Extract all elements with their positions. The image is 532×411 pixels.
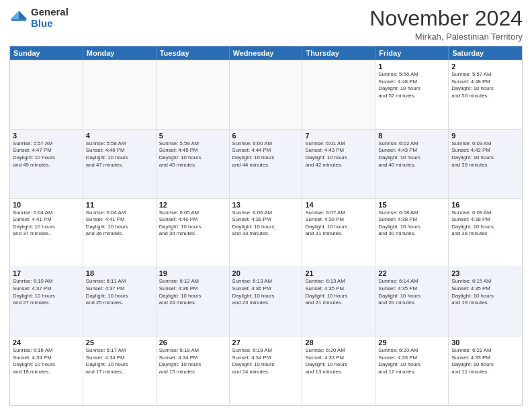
calendar-cell-r3-c4: 21Sunrise: 6:13 AM Sunset: 4:35 PM Dayli… [302, 267, 375, 336]
calendar-cell-r2-c1: 11Sunrise: 6:04 AM Sunset: 4:41 PM Dayli… [83, 199, 157, 267]
calendar-cell-r2-c2: 12Sunrise: 6:05 AM Sunset: 4:40 PM Dayli… [157, 199, 230, 267]
day-info: Sunrise: 6:04 AM Sunset: 4:41 PM Dayligh… [86, 210, 153, 238]
calendar-cell-r3-c0: 17Sunrise: 6:10 AM Sunset: 4:37 PM Dayli… [10, 267, 83, 336]
day-info: Sunrise: 6:12 AM Sunset: 4:36 PM Dayligh… [159, 278, 226, 306]
day-info: Sunrise: 6:09 AM Sunset: 4:38 PM Dayligh… [451, 210, 519, 238]
calendar-cell-r4-c4: 28Sunrise: 6:20 AM Sunset: 4:33 PM Dayli… [302, 336, 375, 405]
day-info: Sunrise: 6:19 AM Sunset: 4:34 PM Dayligh… [232, 347, 300, 375]
calendar-cell-r1-c1: 4Sunrise: 5:58 AM Sunset: 4:46 PM Daylig… [83, 130, 157, 198]
day-info: Sunrise: 6:20 AM Sunset: 4:33 PM Dayligh… [378, 347, 445, 375]
day-number: 7 [305, 132, 372, 140]
day-info: Sunrise: 6:01 AM Sunset: 4:43 PM Dayligh… [305, 140, 372, 169]
day-number: 15 [378, 201, 445, 209]
calendar-cell-r1-c3: 6Sunrise: 6:00 AM Sunset: 4:44 PM Daylig… [230, 130, 303, 198]
day-number: 8 [378, 132, 445, 140]
calendar-row-3: 17Sunrise: 6:10 AM Sunset: 4:37 PM Dayli… [10, 267, 522, 336]
day-number: 21 [305, 269, 372, 277]
calendar-cell-r4-c0: 24Sunrise: 6:16 AM Sunset: 4:34 PM Dayli… [10, 336, 83, 405]
day-number: 2 [451, 62, 519, 71]
header-monday: Monday [83, 46, 157, 60]
calendar-row-0: 1Sunrise: 5:56 AM Sunset: 4:48 PM Daylig… [10, 60, 522, 129]
day-info: Sunrise: 5:59 AM Sunset: 4:45 PM Dayligh… [159, 140, 226, 169]
day-number: 1 [378, 62, 445, 71]
day-number: 18 [86, 269, 153, 277]
day-number: 16 [451, 201, 519, 209]
header-tuesday: Tuesday [157, 46, 230, 60]
day-info: Sunrise: 5:57 AM Sunset: 4:48 PM Dayligh… [451, 71, 519, 99]
day-info: Sunrise: 6:02 AM Sunset: 4:43 PM Dayligh… [378, 140, 445, 169]
calendar-cell-r3-c2: 19Sunrise: 6:12 AM Sunset: 4:36 PM Dayli… [157, 267, 230, 336]
day-info: Sunrise: 6:10 AM Sunset: 4:37 PM Dayligh… [13, 278, 80, 306]
day-number: 20 [232, 269, 300, 277]
day-number: 3 [13, 132, 80, 140]
calendar-cell-r4-c3: 27Sunrise: 6:19 AM Sunset: 4:34 PM Dayli… [230, 336, 303, 405]
day-number: 17 [13, 269, 80, 277]
day-info: Sunrise: 6:06 AM Sunset: 4:39 PM Dayligh… [232, 210, 300, 238]
day-info: Sunrise: 5:58 AM Sunset: 4:46 PM Dayligh… [86, 140, 153, 169]
day-info: Sunrise: 6:21 AM Sunset: 4:33 PM Dayligh… [451, 347, 519, 375]
calendar-cell-r3-c5: 22Sunrise: 6:14 AM Sunset: 4:35 PM Dayli… [375, 267, 449, 336]
svg-marker-0 [19, 11, 27, 19]
calendar-cell-r1-c5: 8Sunrise: 6:02 AM Sunset: 4:43 PM Daylig… [375, 130, 449, 198]
day-number: 23 [451, 269, 519, 277]
day-number: 5 [159, 132, 226, 140]
day-number: 12 [159, 201, 226, 209]
header-friday: Friday [375, 46, 449, 60]
day-info: Sunrise: 6:13 AM Sunset: 4:35 PM Dayligh… [305, 278, 372, 306]
day-number: 14 [305, 201, 372, 209]
calendar-cell-r4-c1: 25Sunrise: 6:17 AM Sunset: 4:34 PM Dayli… [83, 336, 157, 405]
day-info: Sunrise: 6:14 AM Sunset: 4:35 PM Dayligh… [378, 278, 445, 306]
svg-rect-2 [11, 19, 26, 20]
header-sunday: Sunday [10, 46, 83, 60]
logo: General Blue [9, 7, 69, 29]
calendar-cell-r3-c1: 18Sunrise: 6:11 AM Sunset: 4:37 PM Dayli… [83, 267, 157, 336]
calendar-cell-r4-c6: 30Sunrise: 6:21 AM Sunset: 4:33 PM Dayli… [449, 336, 522, 405]
day-info: Sunrise: 5:57 AM Sunset: 4:47 PM Dayligh… [13, 140, 80, 169]
calendar-cell-r1-c0: 3Sunrise: 5:57 AM Sunset: 4:47 PM Daylig… [10, 130, 83, 198]
calendar-cell-r3-c3: 20Sunrise: 6:13 AM Sunset: 4:36 PM Dayli… [230, 267, 303, 336]
day-info: Sunrise: 6:17 AM Sunset: 4:34 PM Dayligh… [86, 347, 153, 375]
calendar-cell-r2-c4: 14Sunrise: 6:07 AM Sunset: 4:39 PM Dayli… [302, 199, 375, 267]
day-info: Sunrise: 6:18 AM Sunset: 4:34 PM Dayligh… [159, 347, 226, 375]
day-info: Sunrise: 6:15 AM Sunset: 4:35 PM Dayligh… [451, 278, 519, 306]
calendar-cell-r0-c1 [83, 60, 157, 129]
calendar-cell-r3-c6: 23Sunrise: 6:15 AM Sunset: 4:35 PM Dayli… [449, 267, 522, 336]
calendar-row-2: 10Sunrise: 6:04 AM Sunset: 4:41 PM Dayli… [10, 198, 522, 267]
header-thursday: Thursday [302, 46, 375, 60]
svg-marker-1 [11, 11, 19, 19]
calendar-body: 1Sunrise: 5:56 AM Sunset: 4:48 PM Daylig… [10, 60, 522, 405]
month-title: November 2024 [369, 7, 523, 30]
calendar-cell-r2-c5: 15Sunrise: 6:08 AM Sunset: 4:38 PM Dayli… [375, 199, 449, 267]
day-number: 9 [451, 132, 519, 140]
calendar-cell-r1-c6: 9Sunrise: 6:03 AM Sunset: 4:42 PM Daylig… [449, 130, 522, 198]
day-number: 19 [159, 269, 226, 277]
header-wednesday: Wednesday [230, 46, 303, 60]
day-number: 24 [13, 338, 80, 347]
logo-icon [9, 9, 28, 28]
logo-text: General Blue [31, 7, 69, 29]
page: General Blue November 2024 Mirkah, Pales… [0, 0, 532, 411]
day-number: 28 [305, 338, 372, 347]
calendar-cell-r0-c3 [230, 60, 303, 129]
day-info: Sunrise: 6:16 AM Sunset: 4:34 PM Dayligh… [13, 347, 80, 375]
header: General Blue November 2024 Mirkah, Pales… [9, 7, 523, 42]
calendar-header: Sunday Monday Tuesday Wednesday Thursday… [10, 46, 522, 60]
day-info: Sunrise: 6:05 AM Sunset: 4:40 PM Dayligh… [159, 210, 226, 238]
day-number: 11 [86, 201, 153, 209]
calendar-cell-r0-c0 [10, 60, 83, 129]
day-info: Sunrise: 5:56 AM Sunset: 4:48 PM Dayligh… [378, 71, 445, 99]
day-number: 13 [232, 201, 300, 209]
calendar-cell-r2-c0: 10Sunrise: 6:04 AM Sunset: 4:41 PM Dayli… [10, 199, 83, 267]
day-info: Sunrise: 6:00 AM Sunset: 4:44 PM Dayligh… [232, 140, 300, 169]
calendar-cell-r0-c2 [157, 60, 230, 129]
day-info: Sunrise: 6:07 AM Sunset: 4:39 PM Dayligh… [305, 210, 372, 238]
calendar-row-4: 24Sunrise: 6:16 AM Sunset: 4:34 PM Dayli… [10, 336, 522, 405]
calendar-cell-r2-c3: 13Sunrise: 6:06 AM Sunset: 4:39 PM Dayli… [230, 199, 303, 267]
calendar-row-1: 3Sunrise: 5:57 AM Sunset: 4:47 PM Daylig… [10, 129, 522, 198]
logo-general-text: General [31, 7, 69, 18]
location-text: Mirkah, Palestinian Territory [369, 32, 523, 42]
day-info: Sunrise: 6:08 AM Sunset: 4:38 PM Dayligh… [378, 210, 445, 238]
calendar-cell-r4-c2: 26Sunrise: 6:18 AM Sunset: 4:34 PM Dayli… [157, 336, 230, 405]
day-number: 6 [232, 132, 300, 140]
logo-blue-text: Blue [31, 18, 69, 30]
